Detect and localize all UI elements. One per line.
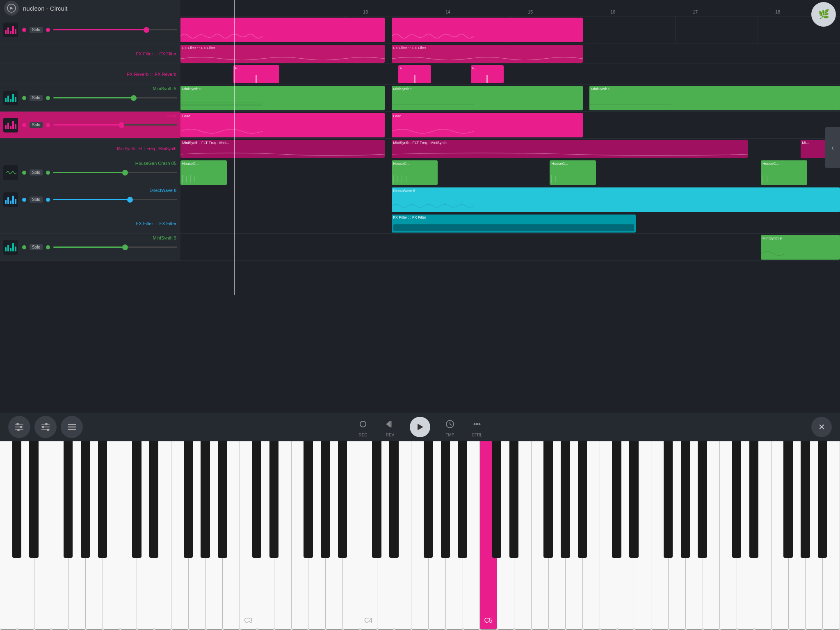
track-controls-1: Solo [0,16,180,43]
svg-point-4 [16,423,19,425]
tmp-button[interactable]: TMP [443,417,457,437]
svg-marker-16 [386,421,390,427]
piano-label-c5: C5 [484,617,492,624]
close-button[interactable]: ✕ [811,417,832,437]
clip-reverb-1[interactable]: F... [233,65,280,83]
app-logo[interactable] [4,1,19,16]
eq-button[interactable] [34,416,57,438]
clip-fx1-2[interactable]: FX Filter : : FX Filter [392,45,583,63]
clip-reverb-3[interactable]: F... [471,65,504,83]
ruler-mark-17: 17 [693,9,698,14]
play-button[interactable] [410,417,430,437]
timeline-ruler: 13 14 15 16 17 18 19 [180,0,840,16]
transport-bar: REC REV TMP [0,413,840,441]
track-content-minisynth9: MiniSynth 9 [180,234,840,260]
track-dot-1 [22,28,26,32]
octave-c6 [600,441,720,630]
solo-button-minisynth9[interactable]: Solo [30,244,43,250]
track-icon-minisynth5 [3,91,18,105]
clip-directwave8-1[interactable]: DirectWave 8 [392,187,840,212]
track-name-minisynth5: MiniSynth 5 [153,86,176,91]
track-row-directwave8: DirectWave 8 Solo [0,186,840,213]
octave-c2 [120,441,240,630]
track-name-housecrash: HouseGen Crash 05 [135,161,176,166]
track-controls-lead: Lead Solo [0,112,180,138]
clip-house-1[interactable]: HouseG... [180,160,227,185]
collapse-panel-button[interactable]: ‹ [825,127,840,168]
solo-button-mini5[interactable]: Solo [30,95,43,101]
app-brand-logo: 🌿 [811,2,836,27]
tracks-area: Solo [0,16,840,295]
track-dot-mini5 [22,96,26,100]
track-controls-minisynth9: MiniSynth 9 Solo [0,234,180,260]
clip-house-4[interactable]: HouseG... [761,160,807,185]
track-row-flt: MiniSynth : FLT Freq : MiniSynth MiniSyn… [0,139,840,159]
rev-button[interactable]: REV [383,417,397,437]
menu-button[interactable] [61,416,83,438]
track-row-fx-reverb: FX Reverb : : FX Reverb F... F... F... [0,64,840,84]
clip-house-3[interactable]: HouseG... [550,160,596,185]
track-controls-fx-filter-1: FX Filter : : FX Filter [0,43,180,64]
volume-slider-1[interactable] [53,29,177,30]
clip-fx1-1[interactable]: FX Filter : : FX Filter [180,45,385,63]
track-row-fx-filter-1: FX Filter : : FX Filter FX Filter : : FX… [0,43,840,64]
track-name-fx-reverb: FX Reverb : : FX Reverb [127,72,176,77]
key-f3[interactable] [292,441,309,630]
ctrl-button[interactable]: CTRL [470,417,484,437]
clip-mini5-2[interactable]: MiniSynth 5 [392,86,583,110]
key-f7[interactable] [772,441,789,630]
clip-lead-1[interactable]: Lead [180,113,385,137]
clip-flt-2[interactable]: MiniSynth : FLT Freq : MiniSynth [392,140,748,158]
clip-lead-2[interactable]: Lead [392,113,583,137]
clip-mini5-1[interactable]: MiniSynth 5 [180,86,385,110]
playhead [234,0,235,295]
key-f6[interactable] [651,441,669,630]
clip-fx2-1[interactable]: FX Filter : : FX Filter [392,215,636,233]
piano-keyboard[interactable]: .wk { flex:1; height:100%; background:#f… [0,441,840,630]
clip-flt-1[interactable]: MiniSynth : FLT Freq : Mini... [180,140,385,158]
rec-button[interactable]: REC [356,417,370,437]
ruler-mark-13: 13 [363,9,368,14]
track-content-fx-reverb: F... F... F... [180,64,840,84]
clip-mini5-3[interactable]: MiniSynth 5 [589,86,840,110]
clip-1-2[interactable] [392,18,583,42]
ruler-mark-14: 14 [445,9,450,14]
octave-c1 [0,441,120,630]
svg-point-22 [474,423,476,425]
key-f1[interactable] [51,441,68,630]
key-c7[interactable] [720,441,737,630]
track-controls-fx-reverb: FX Reverb : : FX Reverb [0,64,180,84]
solo-button-directwave8[interactable]: Solo [30,196,43,203]
clip-1-1[interactable] [180,18,385,42]
clip-reverb-2[interactable]: F... [398,65,431,83]
volume-slider-housecrash[interactable] [53,172,177,173]
track-row-housecrash: HouseGen Crash 05 Solo HouseG... [0,159,840,186]
volume-slider-minisynth9[interactable] [53,247,177,248]
key-c3[interactable]: C3 [240,441,257,630]
key-c5[interactable]: C5 [480,441,497,630]
volume-slider-lead[interactable] [53,124,177,126]
key-c1[interactable] [0,441,17,630]
ruler-mark-16: 16 [610,9,615,14]
volume-slider-directwave8[interactable] [53,199,177,200]
key-c2[interactable] [120,441,137,630]
key-c4[interactable]: C4 [360,441,377,630]
track-content-mini5: MiniSynth 5 MiniSynth 5 MiniSynth 5 [180,84,840,111]
clip-house-2[interactable]: HouseG... [392,160,438,185]
volume-slider-mini5[interactable] [53,97,177,98]
mixer-button[interactable] [8,416,30,438]
svg-line-21 [450,424,452,425]
track-controls-directwave8: DirectWave 8 Solo [0,186,180,213]
track-row-fx-filter-2: FX Filter : : FX Filter FX Filter : : FX… [0,213,840,234]
key-f5[interactable] [532,441,549,630]
solo-button-housecrash[interactable]: Solo [30,169,43,176]
clip-mini9-1[interactable]: MiniSynth 9 [761,235,840,260]
track-icon-minisynth9 [3,240,18,255]
track-name-fx-filter-1: FX Filter : : FX Filter [136,51,176,56]
solo-button-lead[interactable]: Solo [30,122,43,128]
svg-point-24 [479,423,481,425]
solo-button-1[interactable]: Solo [30,27,43,33]
key-f4[interactable] [411,441,429,630]
key-f2[interactable] [171,441,189,630]
key-c6[interactable] [600,441,617,630]
